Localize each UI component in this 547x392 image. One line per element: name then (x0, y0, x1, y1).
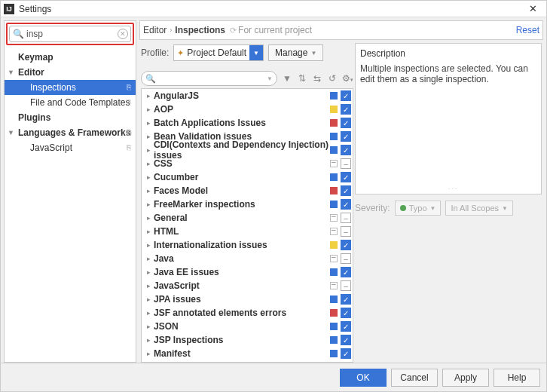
search-icon: 🔍 (13, 29, 23, 39)
breadcrumb-row: Editor › Inspections ⟳ For current proje… (139, 20, 543, 40)
inspection-group[interactable]: ▸General (142, 211, 353, 225)
scope-dropdown[interactable]: In All Scopes ▼ (445, 201, 513, 216)
gear-icon[interactable]: ⚙▾ (342, 73, 353, 84)
chevron-down-icon: ▼ (310, 50, 316, 57)
filter-row: 🔍 ▼ ▼ ⇅ ⇆ ↺ ⚙▾ (141, 69, 353, 88)
checkbox[interactable]: ✓ (341, 294, 351, 305)
sidebar: 🔍 ✕ Keymap▼EditorInspections⎘File and Co… (4, 20, 136, 363)
chevron-down-icon: ▼ (249, 45, 263, 60)
breadcrumb-a[interactable]: Editor (143, 25, 167, 35)
inspection-group[interactable]: ▸JSP Inspections✓ (142, 333, 353, 347)
inspection-group[interactable]: ▸CSS (142, 157, 353, 170)
checkbox[interactable]: ✓ (341, 199, 351, 210)
inspection-group[interactable]: ▸JSF annotated elements errors✓ (142, 306, 353, 320)
sidebar-tree[interactable]: Keymap▼EditorInspections⎘File and Code T… (5, 47, 136, 362)
grip-icon[interactable]: ··· (448, 185, 459, 192)
status-indicator (330, 106, 338, 113)
profile-dropdown[interactable]: ✦ Project Default ▼ (173, 44, 264, 61)
filter-input[interactable]: 🔍 ▼ (141, 71, 277, 86)
filter-icon[interactable]: ▼ (282, 73, 292, 84)
chevron-right-icon: ▸ (145, 336, 152, 344)
inspection-group[interactable]: ▸JSON✓ (142, 320, 353, 333)
sidebar-item[interactable]: JavaScript⎘ (5, 140, 136, 155)
severity-dropdown[interactable]: Typo ▼ (395, 201, 442, 216)
sidebar-item[interactable]: Inspections⎘ (5, 80, 136, 95)
chevron-right-icon: ▸ (145, 146, 152, 154)
chevron-right-icon: ▸ (145, 201, 152, 208)
sidebar-item[interactable]: File and Code Templates⎘ (5, 95, 136, 110)
inspection-group[interactable]: ▸Java (142, 252, 353, 265)
collapse-icon[interactable]: ⇆ (312, 73, 322, 84)
copy-icon: ⎘ (127, 98, 131, 106)
search-input[interactable] (26, 29, 117, 39)
sidebar-item[interactable]: Plugins (5, 110, 136, 125)
checkbox[interactable] (341, 213, 351, 223)
ok-button[interactable]: OK (340, 369, 387, 387)
search-highlight: 🔍 ✕ (6, 23, 134, 45)
chevron-down-icon: ▼ (267, 75, 273, 82)
checkbox[interactable]: ✓ (341, 104, 351, 115)
status-indicator (330, 214, 338, 222)
checkbox[interactable]: ✓ (341, 145, 351, 155)
inspection-group[interactable]: ▸Internationalization issues✓ (142, 238, 353, 252)
window-title: Settings (19, 4, 522, 14)
chevron-right-icon: ▸ (145, 282, 152, 289)
checkbox[interactable]: ✓ (341, 308, 351, 318)
inspection-group[interactable]: ▸FreeMarker inspections✓ (142, 198, 353, 211)
checkbox[interactable]: ✓ (341, 240, 351, 250)
manage-button[interactable]: Manage ▼ (268, 44, 323, 61)
chevron-right-icon: ▸ (145, 106, 152, 113)
left-column: Profile: ✦ Project Default ▼ Manage ▼ (141, 43, 353, 363)
sidebar-search[interactable]: 🔍 ✕ (9, 26, 131, 42)
inspection-group[interactable]: ▸Java EE issues✓ (142, 265, 353, 279)
inspection-group[interactable]: ▸AOP✓ (142, 103, 353, 116)
inspection-group[interactable]: ▸HTML (142, 225, 353, 238)
reset-icon[interactable]: ↺ (327, 73, 338, 84)
checkbox[interactable]: ✓ (341, 348, 351, 359)
checkbox[interactable]: ✓ (341, 335, 351, 345)
checkbox[interactable]: ✓ (341, 131, 351, 142)
severity-color-icon (400, 205, 406, 211)
sidebar-item[interactable]: ▼Editor (5, 65, 136, 80)
chevron-right-icon: ▸ (145, 119, 152, 127)
checkbox[interactable] (341, 280, 351, 291)
inspection-group[interactable]: ▸AngularJS✓ (142, 89, 353, 103)
inspection-group[interactable]: ▸JPA issues✓ (142, 292, 353, 306)
inspection-name: JSON (152, 321, 330, 332)
inspection-group[interactable]: ▸CDI(Contexts and Dependency Injection) … (142, 143, 353, 157)
sidebar-item[interactable]: Keymap (5, 50, 136, 65)
inspection-group[interactable]: ▸Cucumber✓ (142, 170, 353, 184)
checkbox[interactable]: ✓ (341, 172, 351, 182)
inspections-list[interactable]: ▸AngularJS✓▸AOP✓▸Batch Applications Issu… (141, 88, 353, 363)
chevron-down-icon: ▼ (8, 69, 14, 76)
checkbox[interactable] (341, 226, 351, 237)
footer: OK Cancel Apply Help (1, 363, 546, 391)
sidebar-item-label: JavaScript (30, 142, 72, 153)
checkbox[interactable] (341, 158, 351, 169)
cancel-button[interactable]: Cancel (391, 369, 438, 387)
checkbox[interactable]: ✓ (341, 185, 351, 196)
expand-icon[interactable]: ⇅ (297, 73, 307, 84)
close-icon[interactable]: ✕ (522, 3, 543, 14)
checkbox[interactable]: ✓ (341, 118, 351, 128)
apply-button[interactable]: Apply (442, 369, 489, 387)
description-title: Description (360, 48, 536, 59)
sidebar-item[interactable]: ▼Languages & Frameworks⎘ (5, 125, 136, 140)
inspection-group[interactable]: ▸Batch Applications Issues✓ (142, 116, 353, 130)
chevron-right-icon: ▸ (145, 296, 152, 303)
help-button[interactable]: Help (494, 369, 540, 387)
sidebar-item-label: Keymap (18, 52, 53, 63)
inspection-group[interactable]: ▸Faces Model✓ (142, 184, 353, 198)
inspection-group[interactable]: ▸Manifest✓ (142, 347, 353, 360)
clear-icon[interactable]: ✕ (118, 29, 128, 39)
checkbox[interactable]: ✓ (341, 321, 351, 332)
reset-link[interactable]: Reset (516, 25, 539, 35)
inspection-name: Batch Applications Issues (152, 118, 330, 128)
description-panel: Description Multiple inspections are sel… (355, 43, 542, 194)
checkbox[interactable] (341, 362, 351, 363)
checkbox[interactable] (341, 253, 351, 264)
checkbox[interactable]: ✓ (341, 90, 351, 101)
inspection-group[interactable]: ▸JavaScript (142, 279, 353, 292)
checkbox[interactable]: ✓ (341, 267, 351, 277)
inspection-group[interactable]: ▸Maven (142, 360, 353, 363)
